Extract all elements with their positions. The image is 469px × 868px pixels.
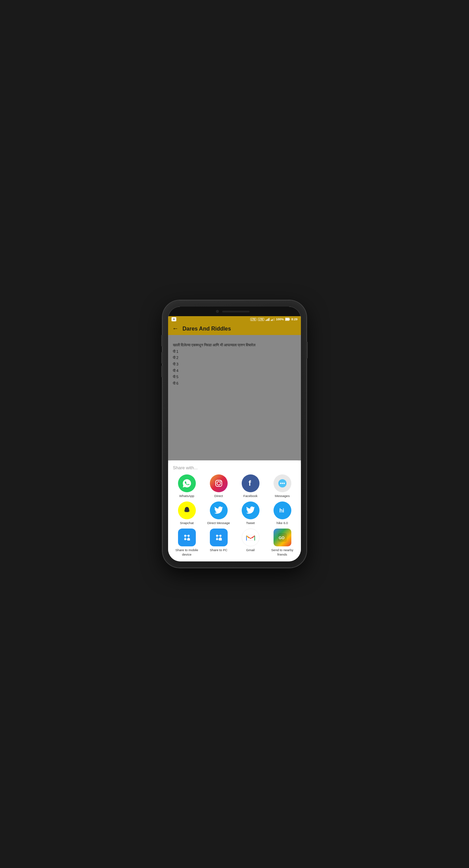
share-item-direct-message[interactable]: Direct Message: [203, 501, 234, 525]
battery-percent: 100%: [276, 318, 284, 321]
status-right: LTE LTE 100%: [250, 318, 297, 321]
shareme-icon: [178, 529, 196, 546]
share-item-messages[interactable]: Messages: [267, 474, 297, 498]
photo-icon: [172, 317, 176, 321]
share-grid: WhatsApp Direct: [172, 474, 297, 557]
gosend-icon: GO: [274, 529, 291, 546]
back-button[interactable]: ←: [172, 325, 178, 332]
share-item-tweet[interactable]: Tweet: [235, 501, 266, 525]
svg-point-1: [173, 318, 175, 320]
svg-rect-4: [289, 319, 290, 320]
signal-bars-2: [271, 318, 275, 321]
messages-label: Messages: [275, 494, 290, 498]
svg-point-6: [217, 482, 220, 485]
tweet-icon: [242, 501, 259, 519]
svg-text:hi: hi: [279, 508, 284, 513]
share-item-sharemobile[interactable]: Share to mobile device: [172, 529, 202, 557]
direct-label: Direct: [214, 494, 223, 498]
svg-point-12: [283, 483, 285, 484]
sharemobile-label: Share to mobile device: [172, 548, 202, 557]
phone-device: LTE LTE 100%: [163, 300, 306, 568]
direct-message-label: Direct Message: [207, 521, 230, 525]
snapchat-icon: [178, 501, 196, 519]
app-toolbar: ← Dares And Riddles: [168, 322, 301, 335]
whatsapp-icon: [178, 474, 196, 492]
tweet-label: Tweet: [246, 521, 255, 525]
share-title: Share with...: [172, 465, 297, 470]
whatsapp-label: WhatsApp: [179, 494, 194, 498]
signal-bars-1: [266, 318, 269, 321]
hike-icon: hi: [274, 501, 291, 519]
gosend-label: Send to nearby friends: [267, 548, 297, 557]
share-item-sharepc[interactable]: Share to PC: [203, 529, 234, 557]
content-text: खाली दिलेल्या एकामधून निवडा आणि मी आपल्य…: [173, 342, 296, 387]
gmail-label: Gmail: [246, 548, 255, 552]
facebook-icon: f: [242, 474, 259, 492]
svg-text:f: f: [249, 479, 251, 487]
svg-rect-22: [187, 538, 190, 541]
status-time: 8:29: [291, 318, 297, 321]
status-bar: LTE LTE 100%: [168, 316, 301, 322]
battery-icon: [285, 318, 290, 321]
messages-icon: [274, 474, 291, 492]
svg-rect-3: [286, 318, 289, 320]
camera-dot: [216, 310, 219, 313]
svg-point-11: [282, 483, 283, 484]
share-sheet: Share with... WhatsApp: [168, 460, 301, 561]
status-left: [172, 317, 176, 321]
lte-badge-2: LTE: [258, 318, 264, 321]
sharepc-label: Share to PC: [210, 548, 228, 552]
svg-rect-34: [246, 535, 255, 541]
speaker-bar: [222, 311, 250, 312]
content-area: खाली दिलेल्या एकामधून निवडा आणि मी आपल्य…: [168, 335, 301, 460]
svg-rect-23: [188, 538, 190, 538]
share-item-hike[interactable]: hi hike 6.0: [267, 501, 297, 525]
hike-label: hike 6.0: [277, 521, 288, 525]
svg-rect-33: [219, 538, 221, 538]
sharepc-icon: [210, 529, 228, 546]
gmail-icon: [242, 529, 259, 546]
share-item-whatsapp[interactable]: WhatsApp: [172, 474, 202, 498]
app-title: Dares And Riddles: [182, 326, 231, 332]
lte-badge-1: LTE: [250, 318, 257, 321]
share-item-gosend[interactable]: GO Send to nearby friends: [267, 529, 297, 557]
svg-point-10: [280, 483, 281, 484]
svg-point-7: [220, 481, 221, 482]
phone-top-bar: [168, 307, 301, 316]
svg-rect-32: [219, 538, 222, 541]
share-item-direct[interactable]: Direct: [203, 474, 234, 498]
twitter-dm-icon: [210, 501, 228, 519]
snapchat-label: Snapchat: [180, 521, 193, 525]
instagram-icon: [210, 474, 228, 492]
svg-text:GO: GO: [279, 536, 285, 540]
phone-screen: LTE LTE 100%: [168, 307, 301, 561]
share-item-gmail[interactable]: Gmail: [235, 529, 266, 557]
share-item-snapchat[interactable]: Snapchat: [172, 501, 202, 525]
share-item-facebook[interactable]: f Facebook: [235, 474, 266, 498]
facebook-label: Facebook: [243, 494, 258, 498]
